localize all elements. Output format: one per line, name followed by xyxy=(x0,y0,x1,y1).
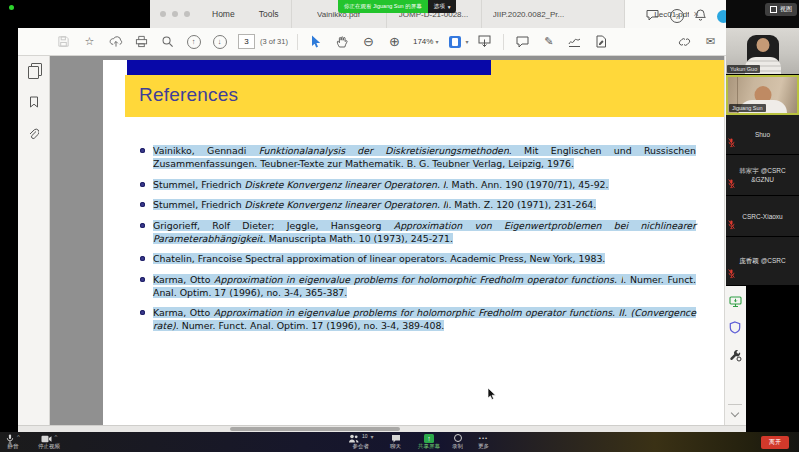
reference-item: Vainikko, Gennadi Funktionalanalysis der… xyxy=(140,144,696,170)
video-participants-strip: 视图 Yukun GuoJiguang SunShuo韩家宇 @CSRC &GZ… xyxy=(726,0,799,286)
fit-page-icon[interactable] xyxy=(477,34,492,50)
grid-view-icon xyxy=(770,6,777,13)
reference-text: Vainikko, Gennadi Funktionalanalysis der… xyxy=(153,145,696,169)
comment-icon[interactable] xyxy=(515,34,530,50)
document-area[interactable]: References Vainikko, Gennadi Funktionala… xyxy=(50,56,724,425)
more-button[interactable]: ••• 更多 xyxy=(478,434,489,450)
bell-icon[interactable] xyxy=(695,7,706,25)
participants-button[interactable]: 10 ▾ 参会者 xyxy=(348,434,374,450)
page-display-mode-icon[interactable] xyxy=(447,34,462,50)
participants-caret-icon: ▾ xyxy=(371,434,374,440)
zoom-in-icon[interactable]: ⊕ xyxy=(387,34,402,50)
page-display-caret-icon[interactable]: ▾ xyxy=(465,38,468,45)
select-cursor-icon[interactable] xyxy=(309,34,324,50)
shield-icon[interactable] xyxy=(729,320,741,338)
stop-video-button[interactable]: ^ 停止视频 xyxy=(38,434,60,450)
video-tile[interactable]: 庞香颖 @CSRC xyxy=(726,237,799,286)
tab-home[interactable]: Home xyxy=(200,0,247,28)
star-icon[interactable]: ☆ xyxy=(82,34,97,50)
bullet-icon xyxy=(140,223,145,228)
tools-wrench-icon[interactable] xyxy=(729,348,742,366)
participant-name-label: CSRC-Xiaoxu xyxy=(726,196,799,236)
pencil-icon[interactable]: ✎ xyxy=(541,34,556,50)
page-thumbnails-icon[interactable] xyxy=(28,66,39,79)
search-icon[interactable] xyxy=(160,34,175,50)
reference-text: Karma, Otto Approximation in eigenvalue … xyxy=(153,274,696,298)
share-screen-icon: ↑ xyxy=(424,434,434,443)
view-button[interactable]: 视图 xyxy=(765,3,797,16)
attachments-icon[interactable] xyxy=(28,127,39,145)
references-list: Vainikko, Gennadi Funktionalanalysis der… xyxy=(140,144,696,340)
tab-tools[interactable]: Tools xyxy=(247,0,291,28)
participant-name-label: Shuo xyxy=(726,115,799,154)
leave-meeting-button[interactable]: 离开 xyxy=(761,436,789,449)
zoom-level-value[interactable]: 174% xyxy=(413,37,433,46)
muted-mic-icon xyxy=(728,216,735,234)
next-page-icon[interactable]: ↓ xyxy=(212,34,227,50)
pdf-toolbar: ☆ ↑ ↓ 3 (3 of 31) ⊖ ⊕ 174% ▾ ▾ xyxy=(18,28,746,56)
zoom-caret-icon[interactable]: ▾ xyxy=(435,38,438,45)
share-options-button[interactable]: 选项 ▾ xyxy=(428,0,457,13)
video-tile[interactable]: Yukun Guo xyxy=(726,28,799,75)
reference-item: Stummel, Friedrich Diskrete Konvergenz l… xyxy=(140,178,696,191)
participant-name-label: Jiguang Sun xyxy=(729,104,766,112)
reference-item: Karma, Otto Approximation in eigenvalue … xyxy=(140,306,696,332)
save-icon[interactable] xyxy=(56,34,71,50)
reference-item: Grigorieff, Rolf Dieter; Jeggle, Hansgeo… xyxy=(140,219,696,245)
help-icon[interactable]: ? xyxy=(670,9,684,23)
window-controls[interactable] xyxy=(150,0,200,28)
link-icon[interactable] xyxy=(677,34,692,50)
divider xyxy=(503,34,504,50)
video-tile[interactable]: 韩家宇 @CSRC &GZNU xyxy=(726,155,799,196)
bullet-icon xyxy=(140,277,145,282)
chevron-down-icon[interactable] xyxy=(731,409,739,417)
meeting-control-bar: ^ 静音 ^ 停止视频 10 ▾ 参会者 聊天 ↑ xyxy=(0,432,799,452)
reference-text: Grigorieff, Rolf Dieter; Jeggle, Hansgeo… xyxy=(153,220,696,244)
share-screen-button[interactable]: ↑ 共享屏幕 xyxy=(418,434,440,450)
fill-sign-icon[interactable] xyxy=(593,34,608,50)
muted-mic-icon xyxy=(728,134,735,152)
participants-count: 10 xyxy=(362,434,368,439)
zoom-out-icon[interactable]: ⊖ xyxy=(361,34,376,50)
bullet-icon xyxy=(140,148,145,153)
horizontal-scrollbar-thumb[interactable] xyxy=(230,427,400,431)
bullet-icon xyxy=(140,182,145,187)
feedback-icon[interactable] xyxy=(646,7,659,25)
mic-options-caret-icon[interactable]: ^ xyxy=(17,434,20,440)
bullet-icon xyxy=(140,202,145,207)
maximize-window-icon[interactable] xyxy=(184,11,190,17)
video-tile[interactable]: CSRC-Xiaoxu xyxy=(726,196,799,237)
reference-item: Stummel, Friedrich Diskrete Konvergenz l… xyxy=(140,198,696,211)
caret-down-icon: ▾ xyxy=(448,4,451,10)
hand-tool-icon[interactable] xyxy=(335,34,350,50)
cloud-upload-icon[interactable] xyxy=(108,34,123,50)
slide-header-yellow-corner xyxy=(491,60,724,75)
chat-button[interactable]: 聊天 xyxy=(390,434,401,450)
previous-page-icon[interactable]: ↑ xyxy=(186,34,201,50)
print-icon[interactable] xyxy=(134,34,149,50)
video-options-caret-icon[interactable]: ^ xyxy=(55,434,58,440)
muted-mic-icon xyxy=(728,265,735,283)
email-icon[interactable]: ✉ xyxy=(703,34,718,50)
chat-icon xyxy=(391,434,401,443)
participants-icon xyxy=(348,434,359,443)
video-tile[interactable]: Shuo xyxy=(726,115,799,155)
close-window-icon[interactable] xyxy=(160,11,166,17)
mute-button[interactable]: ^ 静音 xyxy=(6,434,20,450)
page-count-label: (3 of 31) xyxy=(260,37,288,46)
pdf-left-panel xyxy=(18,56,50,425)
bookmarks-icon[interactable] xyxy=(29,94,39,112)
video-tile[interactable]: Jiguang Sun xyxy=(726,75,799,115)
record-button[interactable]: 录制 xyxy=(452,434,463,450)
more-icon: ••• xyxy=(479,434,488,442)
page-number-input[interactable]: 3 xyxy=(238,34,255,49)
reference-item: Karma, Otto Approximation in eigenvalue … xyxy=(140,273,696,299)
connected-pdf-icon[interactable] xyxy=(729,294,742,312)
horizontal-scrollbar-track[interactable] xyxy=(18,425,746,432)
screen-share-banner: 你正在观看 Jiguang Sun 的屏幕 选项 ▾ xyxy=(338,0,456,13)
muted-mic-icon xyxy=(728,175,735,193)
minimize-window-icon[interactable] xyxy=(172,11,178,17)
signature-icon[interactable] xyxy=(567,34,582,50)
doc-tab-jiip[interactable]: JIIP.2020.0082_Pr... xyxy=(481,0,576,28)
doc-tab-spacer xyxy=(576,0,624,28)
